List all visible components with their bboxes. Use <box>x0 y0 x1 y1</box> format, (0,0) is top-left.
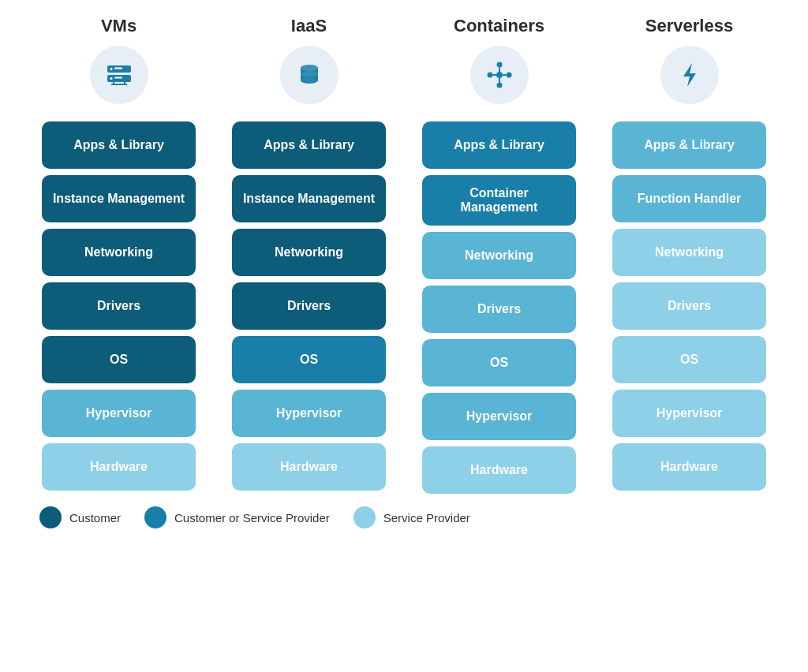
legend: Customer Customer or Service Provider Se… <box>24 506 784 528</box>
column-title-vms: VMs <box>101 16 137 36</box>
icon-circle-containers <box>470 46 529 104</box>
svg-point-14 <box>301 65 318 71</box>
nodes-icon <box>484 59 515 91</box>
cell-serverless-os: OS <box>612 336 766 383</box>
cell-containers-apps-library: Apps & Library <box>422 121 576 169</box>
cell-serverless-hardware: Hardware <box>612 443 766 491</box>
grid-body: Apps & Library Instance Management Netwo… <box>24 121 784 494</box>
cell-vms-instance-mgmt: Instance Management <box>42 175 196 222</box>
legend-circle-service-provider <box>354 506 376 528</box>
column-header-iaas: IaaS <box>223 16 396 114</box>
cell-vms-drivers: Drivers <box>42 282 196 330</box>
icon-circle-serverless <box>660 46 719 104</box>
cell-iaas-instance-mgmt: Instance Management <box>232 175 386 222</box>
column-title-iaas: IaaS <box>291 16 327 36</box>
column-serverless: Apps & Library Function Handler Networki… <box>603 121 776 494</box>
cell-serverless-function-handler: Function Handler <box>612 175 766 222</box>
svg-rect-4 <box>114 68 122 69</box>
legend-circle-customer-or-provider <box>144 506 166 528</box>
svg-point-3 <box>110 77 112 80</box>
legend-label-customer: Customer <box>69 511 121 525</box>
icon-circle-iaas <box>280 46 339 104</box>
column-containers: Apps & Library Container Management Netw… <box>413 121 586 494</box>
svg-point-20 <box>487 73 492 78</box>
cell-containers-os: OS <box>422 339 576 386</box>
cell-iaas-apps-library: Apps & Library <box>232 121 386 169</box>
cell-vms-hardware: Hardware <box>42 443 196 491</box>
cell-serverless-drivers: Drivers <box>612 282 766 330</box>
legend-circle-customer <box>39 506 62 528</box>
legend-item-customer-or-provider: Customer or Service Provider <box>144 506 330 528</box>
cell-iaas-hypervisor: Hypervisor <box>232 390 386 437</box>
svg-point-15 <box>301 71 318 77</box>
cell-containers-container-mgmt: Container Management <box>422 175 576 226</box>
cell-serverless-networking: Networking <box>612 229 766 276</box>
cell-containers-hypervisor: Hypervisor <box>422 393 576 440</box>
svg-point-17 <box>496 72 503 78</box>
cell-vms-hypervisor: Hypervisor <box>42 390 196 437</box>
cell-serverless-apps-library: Apps & Library <box>612 121 766 169</box>
cell-vms-os: OS <box>42 336 196 383</box>
svg-point-16 <box>301 77 318 84</box>
cell-iaas-hardware: Hardware <box>232 443 386 491</box>
legend-item-customer: Customer <box>39 506 121 528</box>
column-header-serverless: Serverless <box>603 16 776 114</box>
column-title-containers: Containers <box>454 16 544 36</box>
cell-containers-drivers: Drivers <box>422 286 576 333</box>
svg-point-19 <box>496 83 502 88</box>
icon-circle-vms <box>90 46 148 104</box>
svg-point-21 <box>506 73 511 78</box>
svg-point-18 <box>496 62 502 68</box>
svg-point-2 <box>110 68 112 70</box>
cell-iaas-drivers: Drivers <box>232 282 386 330</box>
column-iaas: Apps & Library Instance Management Netwo… <box>223 121 396 494</box>
cell-vms-apps-library: Apps & Library <box>42 121 196 169</box>
cell-containers-networking: Networking <box>422 232 576 279</box>
cell-iaas-networking: Networking <box>232 229 386 276</box>
legend-item-service-provider: Service Provider <box>354 506 470 528</box>
main-content: VMs IaaS <box>24 16 784 656</box>
database-icon <box>294 59 325 91</box>
server-icon <box>103 59 135 91</box>
legend-label-customer-or-provider: Customer or Service Provider <box>174 511 330 525</box>
svg-marker-26 <box>683 63 696 87</box>
cell-iaas-os: OS <box>232 336 386 383</box>
column-title-serverless: Serverless <box>645 16 733 36</box>
lightning-icon <box>674 59 705 91</box>
column-vms: Apps & Library Instance Management Netwo… <box>32 121 206 494</box>
column-header-containers: Containers <box>413 16 586 114</box>
cell-serverless-hypervisor: Hypervisor <box>612 390 766 437</box>
svg-rect-5 <box>114 77 122 79</box>
cell-containers-hardware: Hardware <box>422 446 576 494</box>
column-header-vms: VMs <box>32 16 206 114</box>
legend-label-service-provider: Service Provider <box>383 511 470 525</box>
header-row: VMs IaaS <box>24 16 784 114</box>
cell-vms-networking: Networking <box>42 229 196 276</box>
